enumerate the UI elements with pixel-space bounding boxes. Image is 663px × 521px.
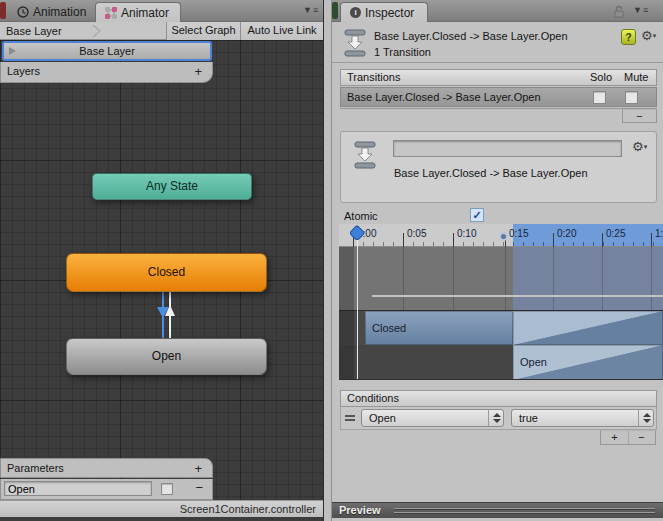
layers-header: Layers + [0,62,213,83]
remove-condition-button[interactable]: − [628,431,655,444]
tab-inspector-label: Inspector [365,6,414,20]
panel-splitter[interactable] [323,0,332,521]
tick-label: 0:05 [407,228,426,239]
state-node-open[interactable]: Open [66,338,267,375]
tab-animation-label: Animation [33,5,86,19]
add-layer-button[interactable]: + [194,62,202,81]
solo-column-label: Solo [590,70,612,85]
transition-icon [353,140,377,170]
header-gear-icon[interactable]: ⚙▾ [641,28,656,44]
tick-label: 0:10 [457,228,476,239]
atomic-label: Atomic [344,210,378,222]
list-divider [340,108,657,109]
remove-transition-button[interactable]: − [622,109,657,123]
animator-toolbar: Base Layer Select Graph Auto Live Link [0,22,323,40]
preview-grip-icon [394,508,655,509]
closed-clip-fade[interactable] [513,311,663,345]
select-graph-button[interactable]: Select Graph [166,22,240,40]
state-machine-icon [105,7,117,19]
transition-arrowhead-up-icon [165,305,175,316]
tab-animator[interactable]: Animator [95,2,181,22]
atomic-checkbox[interactable]: ✓ [470,208,484,222]
transition-count: 1 Transition [374,46,431,58]
dropdown-arrows-icon [638,410,653,426]
open-clip-bar[interactable]: Open [513,345,663,380]
tick-label: 1:00 [655,228,663,239]
mute-column-label: Mute [624,70,648,85]
inspector-pane-menu-icon[interactable]: ▼≡ [633,5,649,15]
preview-grip-icon [394,512,655,513]
layer-row-label: Base Layer [79,45,135,57]
state-node-any-state[interactable]: Any State [92,173,252,200]
preview-label: Preview [339,504,381,516]
transition-detail-box: ⚙▾ Base Layer.Closed -> Base Layer.Open [340,131,657,203]
info-icon: i [350,7,361,18]
transition-name-field[interactable] [393,140,622,157]
tab-animator-label: Animator [121,6,169,20]
clock-icon [17,6,29,18]
animator-pane-menu-icon[interactable]: ▼≡ [303,5,319,15]
foldout-triangle-icon [9,47,16,55]
pane-edge-red [0,2,6,19]
animator-tabbar: Animation Animator ▼≡ [0,0,323,22]
drag-handle-icon[interactable] [345,415,355,421]
open-track: Open [339,345,663,380]
lock-icon[interactable] [613,5,625,18]
closed-bar-label: Closed [372,311,406,345]
condition-value-dropdown[interactable]: true [511,409,654,427]
parameter-bool-checkbox[interactable] [161,483,173,495]
transition-list-row[interactable]: Base Layer.Closed -> Base Layer.Open [340,87,657,107]
condition-parameter-dropdown[interactable]: Open [361,409,504,427]
timeline-ruler[interactable]: 0:00 0:05 0:10 0:15 0:20 0:25 1:00 [339,224,663,247]
transition-timeline[interactable]: 0:00 0:05 0:10 0:15 0:20 0:25 1:00 [339,224,663,380]
tick-label: 0:20 [557,228,576,239]
auto-live-link-button[interactable]: Auto Live Link [240,22,323,40]
state-node-closed[interactable]: Closed [66,253,267,292]
closed-clip-bar[interactable]: Closed [365,311,513,345]
help-icon[interactable]: ? [621,29,636,45]
pane-edge-green [332,2,338,19]
tick-label: 0:25 [606,228,625,239]
preview-bar[interactable]: Preview [332,502,663,518]
controller-status-bar: Screen1Container.controller [0,500,323,517]
inspector-tabbar: i Inspector ▼≡ [332,0,663,22]
inspector-panel: i Inspector ▼≡ Base Layer.Closed -> Base… [332,0,663,521]
conditions-section-header: Conditions [340,390,657,407]
transition-title: Base Layer.Closed -> Base Layer.Open [374,30,568,42]
tab-animation[interactable]: Animation [8,2,95,22]
layer-row-base-layer[interactable]: Base Layer [2,41,212,61]
inspector-header: Base Layer.Closed -> Base Layer.Open 1 T… [332,22,663,63]
timeline-body: Closed Open [339,247,663,380]
transition-detail-label: Base Layer.Closed -> Base Layer.Open [394,167,588,179]
ruler-minor-ticks [353,242,663,246]
tick-label: 0:15 [509,228,528,239]
transition-start-marker[interactable] [499,232,508,241]
transitions-header-label: Transitions [347,71,400,83]
playhead-line [357,236,358,380]
add-condition-button[interactable]: + [601,431,629,444]
condition-list-buttons: + − [600,430,656,445]
detail-gear-icon[interactable]: ⚙▾ [632,139,647,155]
transition-row-label: Base Layer.Closed -> Base Layer.Open [347,91,541,103]
layers-header-label: Layers [7,65,40,77]
add-parameter-button[interactable]: + [194,459,202,478]
blend-curve-line [372,295,663,297]
breadcrumb[interactable]: Base Layer [6,22,62,40]
parameter-name-field[interactable] [4,481,152,496]
mute-checkbox[interactable] [625,91,638,104]
remove-parameter-button[interactable]: − [195,479,203,497]
condition-parameter-value: Open [369,412,396,424]
transition-icon [343,29,367,57]
condition-row: Open true [340,407,657,430]
parameters-header: Parameters + [0,458,213,478]
unity-editor: Animation Animator ▼≡ Base Layer Select … [0,0,663,521]
closed-track: Closed [339,311,663,345]
condition-value: true [519,412,538,424]
parameter-row: − [0,479,213,500]
animator-panel: Animation Animator ▼≡ Base Layer Select … [0,0,323,521]
open-bar-label: Open [520,345,547,379]
solo-checkbox[interactable] [593,91,606,104]
tab-inspector[interactable]: i Inspector [340,2,428,22]
dropdown-arrows-icon [488,410,503,426]
transitions-section-header: Transitions Solo Mute [340,69,657,86]
